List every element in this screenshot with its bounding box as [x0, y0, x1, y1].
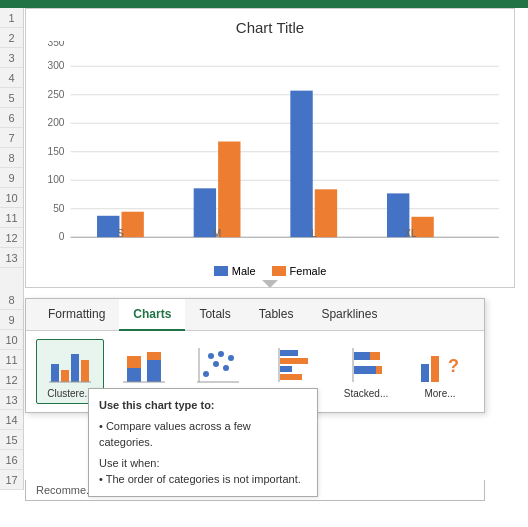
legend-female: Female [272, 265, 327, 277]
svg-rect-23 [315, 189, 337, 237]
svg-rect-56 [421, 364, 429, 382]
more-charts-label: More... [411, 388, 469, 399]
svg-rect-52 [370, 352, 380, 360]
chart-legend: Male Female [26, 261, 514, 281]
chart-title: Chart Title [26, 9, 514, 41]
svg-point-40 [208, 353, 214, 359]
tab-formatting[interactable]: Formatting [34, 299, 119, 331]
svg-rect-46 [280, 350, 298, 356]
svg-rect-57 [431, 356, 439, 382]
legend-male-label: Male [232, 265, 256, 277]
svg-point-39 [213, 361, 219, 367]
legend-male: Male [214, 265, 256, 277]
tab-totals[interactable]: Totals [185, 299, 244, 331]
tooltip-use-it-when: Use it when: [99, 455, 307, 472]
tab-tables[interactable]: Tables [245, 299, 308, 331]
row-numbers: 1 2 3 4 5 6 7 8 9 10 11 12 13 [0, 8, 24, 298]
tooltip-bullet2: • The order of categories is not importa… [99, 471, 307, 488]
tab-sparklines[interactable]: Sparklines [307, 299, 391, 331]
chart-type-stacked-h[interactable]: Stacked... [332, 339, 400, 404]
svg-rect-33 [127, 368, 141, 382]
excel-top-bar [0, 0, 528, 8]
clustered-bar-icon [48, 346, 92, 384]
svg-rect-22 [290, 91, 312, 238]
svg-text:200: 200 [48, 117, 65, 128]
svg-text:350: 350 [48, 41, 65, 48]
svg-text:M: M [213, 228, 221, 239]
legend-female-color [272, 266, 286, 276]
svg-rect-51 [354, 352, 370, 360]
clustered-h-icon [270, 346, 314, 384]
svg-point-41 [223, 365, 229, 371]
stacked-h-icon [344, 346, 388, 384]
svg-rect-47 [280, 358, 308, 364]
svg-text:L: L [311, 228, 317, 239]
svg-point-43 [218, 351, 224, 357]
stacked-h-label: Stacked... [337, 388, 395, 399]
tooltip-title: Use this chart type to: [99, 397, 307, 414]
cell-labels: 8 9 10 11 12 13 14 15 16 17 [0, 290, 24, 490]
toolbar-tabs: Formatting Charts Totals Tables Sparklin… [26, 299, 484, 331]
svg-point-42 [228, 355, 234, 361]
svg-text:250: 250 [48, 89, 65, 100]
svg-rect-54 [376, 366, 382, 374]
svg-rect-53 [354, 366, 376, 374]
svg-rect-35 [147, 360, 161, 382]
tab-charts[interactable]: Charts [119, 299, 185, 331]
tooltip-bullet1: • Compare values across a few categories… [99, 418, 307, 451]
svg-rect-29 [61, 370, 69, 382]
svg-text:150: 150 [48, 146, 65, 157]
svg-point-38 [203, 371, 209, 377]
svg-rect-48 [280, 366, 292, 372]
stacked-bar-icon [122, 346, 166, 384]
chart-arrow [262, 280, 278, 288]
svg-text:?: ? [448, 356, 459, 376]
scatter-icon [196, 346, 240, 384]
tooltip-box: Use this chart type to: • Compare values… [88, 388, 318, 497]
chart-container: Chart Title 0 50 100 150 200 250 300 350 [25, 8, 515, 288]
legend-male-color [214, 266, 228, 276]
svg-rect-49 [280, 374, 302, 380]
svg-rect-17 [121, 212, 143, 237]
svg-rect-28 [51, 364, 59, 382]
svg-rect-36 [147, 352, 161, 360]
svg-text:50: 50 [53, 203, 65, 214]
svg-rect-30 [71, 354, 79, 382]
chart-area: 0 50 100 150 200 250 300 350 S [26, 41, 514, 261]
svg-rect-31 [81, 360, 89, 382]
svg-rect-34 [127, 356, 141, 368]
svg-text:S: S [117, 228, 124, 239]
chart-svg: 0 50 100 150 200 250 300 350 S [36, 41, 504, 241]
more-charts-icon: ? [418, 346, 462, 384]
recommend-label: Recomme... [36, 484, 95, 496]
svg-text:XL: XL [404, 228, 417, 239]
svg-text:100: 100 [48, 174, 65, 185]
chart-type-more[interactable]: ? More... [406, 339, 474, 404]
svg-text:300: 300 [48, 60, 65, 71]
svg-rect-20 [218, 142, 240, 238]
svg-text:0: 0 [59, 231, 65, 241]
legend-female-label: Female [290, 265, 327, 277]
